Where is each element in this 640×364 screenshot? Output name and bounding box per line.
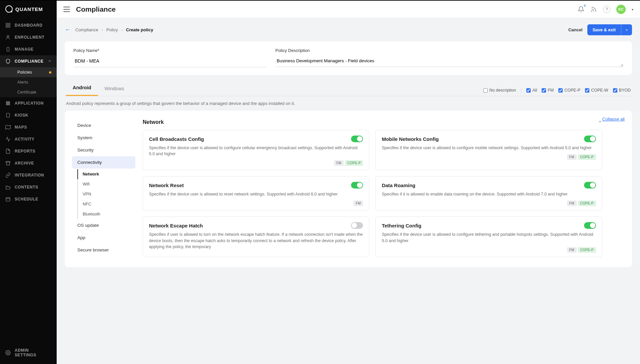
tree-item-device[interactable]: Device — [72, 119, 135, 132]
sidebar-item-integration[interactable]: INTEGRATION — [0, 169, 57, 181]
nav-icon — [5, 23, 11, 28]
policy-name-input[interactable] — [73, 55, 267, 67]
content: ← Compliance › Policy › Create policy Ca… — [57, 18, 640, 364]
brand-name: QUANTEM — [15, 6, 43, 12]
tab-windows[interactable]: Windows — [98, 82, 131, 96]
notif-count: 0 — [584, 4, 586, 7]
nav-icon — [5, 161, 11, 166]
nav-icon — [5, 59, 11, 64]
sidebar-item-maps[interactable]: MAPS — [0, 121, 57, 133]
policy-desc-input[interactable] — [275, 55, 623, 67]
tree-item-system[interactable]: System — [72, 132, 135, 144]
sidebar-item-compliance[interactable]: COMPLIANCE — [0, 55, 57, 67]
sidebar-item-archive[interactable]: ARCHIVE — [0, 157, 57, 169]
svg-point-11 — [9, 103, 10, 104]
bell-icon[interactable]: 0 — [578, 6, 584, 13]
toggle-switch[interactable] — [584, 222, 596, 229]
filter-cope-p[interactable]: COPE-P — [558, 88, 580, 93]
breadcrumb-mid[interactable]: Policy — [106, 27, 118, 32]
main: Compliance 0 ? KC ▾ ← Compliance › — [57, 1, 640, 364]
tree-subitem-network[interactable]: Network — [77, 169, 135, 179]
svg-point-22 — [591, 11, 592, 12]
sidebar-subitem-policies[interactable]: Policies — [0, 67, 57, 77]
setting-title: Cell Broadcasts Config — [149, 136, 204, 142]
setting-description: Specifies if the device user is allowed … — [149, 145, 363, 157]
badge-cope-p: COPE-P — [578, 247, 596, 253]
tab-android[interactable]: Android — [66, 81, 98, 96]
badge-fm: FM — [334, 160, 344, 166]
svg-point-13 — [8, 104, 9, 105]
avatar[interactable]: KC — [616, 5, 626, 14]
sidebar-item-kiosk[interactable]: KIOSK — [0, 109, 57, 121]
rss-icon[interactable] — [590, 6, 597, 13]
chevron-down-icon[interactable] — [598, 119, 602, 125]
sidebar-item-schedule[interactable]: SCHEDULE — [0, 193, 57, 205]
sidebar-item-application[interactable]: APPLICATION — [0, 97, 57, 109]
nav-icon — [5, 184, 11, 190]
topbar: Compliance 0 ? KC ▾ — [57, 1, 640, 18]
svg-rect-0 — [6, 23, 8, 25]
sidebar-item-contents[interactable]: CONTENTS — [0, 181, 57, 193]
svg-point-9 — [6, 103, 7, 104]
tree-item-connectivity[interactable]: Connectivity — [72, 156, 135, 169]
toggle-switch[interactable] — [351, 222, 363, 229]
admin-settings-label: ADMIN SETTINGS — [15, 348, 51, 357]
nav-icon — [5, 125, 11, 130]
toggle-switch[interactable] — [584, 136, 596, 142]
help-icon[interactable]: ? — [603, 6, 610, 13]
tree-subitem-wifi[interactable]: Wifi — [78, 179, 135, 189]
setting-description: Specifies if it is allowed to enable dat… — [382, 191, 596, 197]
sidebar-item-activity[interactable]: ACTIVITY — [0, 133, 57, 145]
tree-subitem-bluetooth[interactable]: Bluetooth — [78, 209, 135, 219]
filter-no-description[interactable]: No description — [483, 88, 516, 93]
sidebar-item-reports[interactable]: REPORTS — [0, 145, 57, 157]
tree-subitem-vpn[interactable]: VPN — [78, 189, 135, 199]
sidebar-subitem-certificate[interactable]: Certificate — [0, 87, 57, 97]
filter-fm[interactable]: FM — [542, 88, 554, 93]
back-arrow-icon[interactable]: ← — [65, 26, 71, 33]
policy-desc-label: Policy Description — [275, 48, 623, 53]
tree-item-secure-browser[interactable]: Secure browser — [72, 244, 135, 256]
collapse-all-link[interactable]: Collapse all — [602, 117, 625, 122]
setting-title: Tethering Config — [382, 223, 421, 228]
chevron-up-icon — [48, 59, 52, 64]
tree-item-app[interactable]: App — [72, 231, 135, 244]
setting-title: Data Roaming — [382, 182, 415, 188]
save-exit-button[interactable]: Save & exit — [587, 24, 621, 35]
svg-point-12 — [6, 104, 7, 105]
sidebar-subitem-alerts[interactable]: Alerts — [0, 77, 57, 87]
badge-fm: FM — [353, 200, 363, 206]
badge-fm: FM — [567, 247, 577, 253]
logo: QUANTEM — [0, 1, 57, 17]
filter-byod[interactable]: BYOD — [613, 88, 631, 93]
svg-point-6 — [6, 102, 7, 103]
nav-icon — [5, 35, 11, 40]
tree-item-security[interactable]: Security — [72, 144, 135, 156]
policy-name-label: Policy Name* — [73, 48, 267, 53]
toggle-switch[interactable] — [351, 182, 363, 188]
svg-point-21 — [7, 352, 9, 353]
status-dot-icon — [49, 71, 51, 74]
sidebar-item-admin-settings[interactable]: ADMIN SETTINGS — [0, 345, 57, 361]
setting-card: Cell Broadcasts ConfigSpecifies if the d… — [143, 130, 369, 170]
setting-card: Network ResetSpecifies if the device use… — [143, 176, 369, 210]
filter-all[interactable]: All — [526, 88, 537, 93]
tree-subitem-nfc[interactable]: NFC — [78, 199, 135, 209]
save-dropdown-button[interactable] — [621, 24, 632, 35]
cancel-button[interactable]: Cancel — [568, 27, 583, 32]
sidebar-item-dashboard[interactable]: DASHBOARD — [0, 19, 57, 31]
nav: DASHBOARDENROLLMENTMANAGECOMPLIANCEPolic… — [0, 17, 57, 345]
filter-cope-w[interactable]: COPE-W — [585, 88, 608, 93]
breadcrumb-root[interactable]: Compliance — [75, 27, 98, 32]
sidebar-item-enrollment[interactable]: ENROLLMENT — [0, 31, 57, 43]
toggle-switch[interactable] — [351, 136, 363, 142]
svg-point-7 — [8, 102, 9, 103]
toggle-switch[interactable] — [584, 182, 596, 188]
nav-icon — [5, 101, 11, 106]
menu-toggle-icon[interactable] — [63, 7, 70, 12]
setting-card: Data RoamingSpecifies if it is allowed t… — [375, 176, 602, 210]
badge-cope-p: COPE-P — [345, 160, 363, 166]
sidebar-item-manage[interactable]: MANAGE — [0, 43, 57, 55]
tree-item-os-update[interactable]: OS update — [72, 219, 135, 231]
avatar-caret-icon[interactable]: ▾ — [632, 8, 633, 11]
